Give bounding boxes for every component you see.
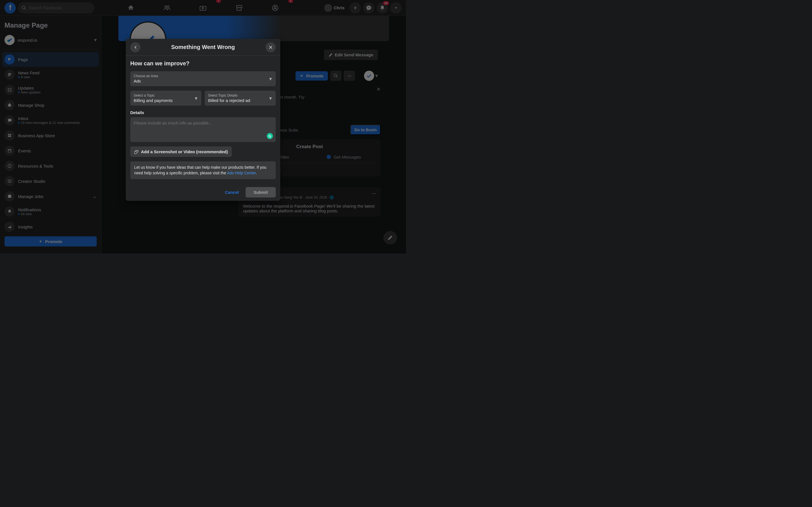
caret-down-icon: ▾ xyxy=(195,95,197,101)
modal-footer: Cancel Submit xyxy=(126,184,280,201)
grammarly-icon[interactable]: G xyxy=(267,133,273,139)
area-select-label: Choose an Area xyxy=(134,74,272,78)
help-box: Let us know if you have ideas that can h… xyxy=(130,161,276,179)
topic-details-select[interactable]: Select Topic Details Billed for a reject… xyxy=(205,91,276,106)
topic-select-label: Select a Topic xyxy=(134,94,198,98)
cancel-button[interactable]: Cancel xyxy=(220,187,243,198)
submit-button[interactable]: Submit xyxy=(246,187,276,198)
arrow-left-icon xyxy=(133,45,138,50)
caret-down-icon: ▾ xyxy=(269,95,272,101)
ads-help-center-link[interactable]: Ads Help Center xyxy=(227,171,256,175)
help-text-period: . xyxy=(256,171,257,175)
modal-title: Something Went Wrong xyxy=(171,44,235,50)
close-icon xyxy=(268,45,273,50)
section-title: How can we improve? xyxy=(130,60,276,67)
modal-close-button[interactable] xyxy=(266,42,276,52)
paperclip-icon xyxy=(134,150,139,154)
topic-select[interactable]: Select a Topic Billing and payments ▾ xyxy=(130,91,201,106)
modal-header: Something Went Wrong xyxy=(126,39,280,56)
topic-details-select-label: Select Topic Details xyxy=(208,94,272,98)
modal-back-button[interactable] xyxy=(130,42,140,52)
area-select-value: Ads xyxy=(134,78,272,83)
topic-select-value: Billing and payments xyxy=(134,98,198,103)
add-screenshot-label: Add a Screenshot or Video (recommended) xyxy=(141,149,228,154)
add-screenshot-button[interactable]: Add a Screenshot or Video (recommended) xyxy=(130,147,232,157)
feedback-modal: Something Went Wrong How can we improve?… xyxy=(126,39,280,201)
caret-down-icon: ▾ xyxy=(269,76,272,82)
area-select[interactable]: Choose an Area Ads ▾ xyxy=(130,71,276,86)
topic-details-select-value: Billed for a rejected ad xyxy=(208,98,272,103)
details-label: Details xyxy=(130,110,276,115)
modal-body: How can we improve? Choose an Area Ads ▾… xyxy=(126,56,280,184)
details-textarea[interactable] xyxy=(134,121,272,130)
details-textarea-wrap: G xyxy=(130,117,276,142)
